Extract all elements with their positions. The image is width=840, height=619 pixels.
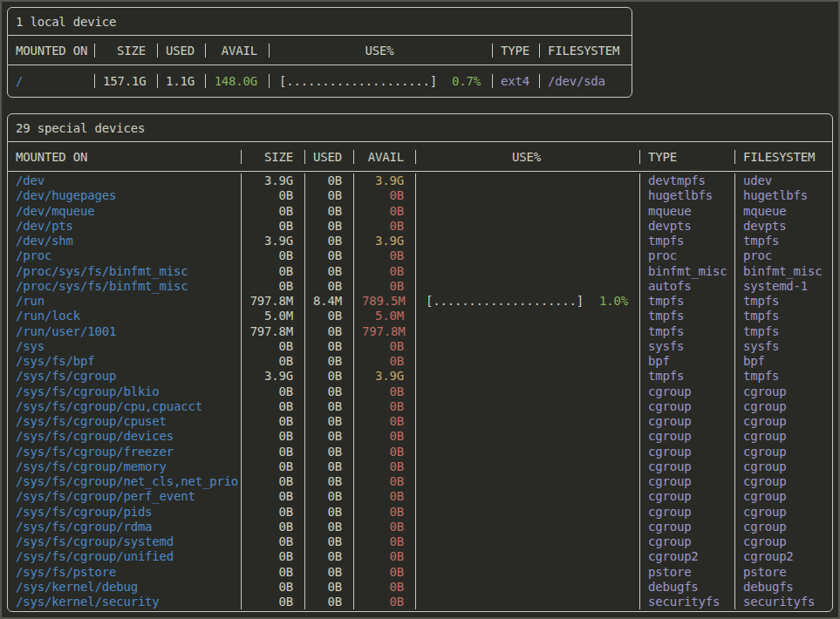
filesystem-cell: tmpfs xyxy=(735,309,832,323)
table-row: /sys/fs/cgroup/cpuset0B0B0Bcgroupcgroup xyxy=(8,414,832,429)
table-row: /sys/fs/cgroup/rdma0B0B0Bcgroupcgroup xyxy=(8,520,832,534)
use-bar-cell xyxy=(416,474,640,489)
table-row: /dev/mqueue0B0B0Bmqueuemqueue xyxy=(8,204,832,219)
used-cell: 0B xyxy=(305,204,354,219)
type-cell: cgroup xyxy=(640,429,735,444)
filesystem-cell: cgroup xyxy=(735,384,832,399)
local-table-header: MOUNTED ONSIZEUSEDAVAILUSE%TYPEFILESYSTE… xyxy=(8,36,632,65)
used-cell: 0B xyxy=(305,354,354,369)
used-cell: 0B xyxy=(305,369,354,384)
special-table-header: MOUNTED ONSIZEUSEDAVAILUSE%TYPEFILESYSTE… xyxy=(8,142,832,172)
column-header-avail: AVAIL xyxy=(354,150,416,164)
use-bar-cell xyxy=(416,445,640,459)
special-table-title: 29 special devices xyxy=(8,114,832,142)
filesystem-cell: pstore xyxy=(735,565,832,580)
size-cell: 0B xyxy=(242,264,305,279)
size-cell: 0B xyxy=(242,248,305,263)
mount-cell: /sys/fs/cgroup xyxy=(8,369,242,384)
mount-cell: /sys/fs/cgroup/perf_event xyxy=(8,489,242,504)
filesystem-cell: systemd-1 xyxy=(735,279,832,294)
mount-cell: /sys/fs/cgroup/blkio xyxy=(8,384,242,399)
avail-cell: 0B xyxy=(354,339,416,354)
avail-cell: 0B xyxy=(354,474,416,489)
table-row: /run797.8M8.4M789.5M[...................… xyxy=(8,294,832,309)
used-cell: 0B xyxy=(305,489,354,504)
filesystem-cell: cgroup xyxy=(735,489,832,504)
use-bar-cell xyxy=(416,309,640,323)
used-cell: 0B xyxy=(305,474,354,489)
used-cell: 0B xyxy=(305,505,354,520)
used-cell: 0B xyxy=(305,534,354,549)
use-bar-cell xyxy=(416,414,640,429)
use-bar-cell xyxy=(416,520,640,534)
type-cell: hugetlbfs xyxy=(640,188,735,203)
type-cell: sysfs xyxy=(640,339,735,354)
type-cell: cgroup xyxy=(640,489,735,504)
column-header-mounted-on: MOUNTED ON xyxy=(8,150,242,164)
terminal-screen: 1 local device MOUNTED ONSIZEUSEDAVAILUS… xyxy=(0,0,840,619)
used-cell: 0B xyxy=(305,549,354,564)
avail-cell: 0B xyxy=(354,248,416,263)
table-row: /sys/fs/cgroup/devices0B0B0Bcgroupcgroup xyxy=(8,429,832,444)
size-cell: 0B xyxy=(242,204,305,219)
avail-cell: 3.9G xyxy=(354,369,416,384)
used-cell: 0B xyxy=(305,399,354,414)
avail-cell: 0B xyxy=(354,565,416,580)
filesystem-cell: devpts xyxy=(735,219,832,234)
filesystem-cell: securityfs xyxy=(735,595,832,609)
avail-cell: 0B xyxy=(354,399,416,414)
table-row: /sys/fs/cgroup/freezer0B0B0Bcgroupcgroup xyxy=(8,445,832,459)
table-row: /sys/fs/cgroup/blkio0B0B0Bcgroupcgroup xyxy=(8,384,832,399)
avail-cell: 0B xyxy=(354,429,416,444)
table-row: /proc/sys/fs/binfmt_misc0B0B0Bautofssyst… xyxy=(8,279,832,294)
type-cell: cgroup xyxy=(640,445,735,459)
column-header-filesystem: FILESYSTEM xyxy=(735,150,832,164)
type-cell: cgroup xyxy=(640,414,735,429)
size-cell: 797.8M xyxy=(242,294,305,309)
avail-cell: 3.9G xyxy=(354,234,416,248)
filesystem-cell: cgroup xyxy=(735,505,832,520)
mount-cell: /sys/fs/cgroup/net_cls,net_prio xyxy=(8,474,242,489)
filesystem-cell: cgroup xyxy=(735,459,832,474)
table-row: /dev/pts0B0B0Bdevptsdevpts xyxy=(8,219,832,234)
use-bar-cell xyxy=(416,188,640,203)
avail-cell: 0B xyxy=(354,534,416,549)
table-row: /sys/fs/bpf0B0B0Bbpfbpf xyxy=(8,354,832,369)
used-cell: 0B xyxy=(305,459,354,474)
use-bar-cell: [....................]1.0% xyxy=(416,294,640,309)
avail-cell: 0B xyxy=(354,204,416,219)
filesystem-cell: cgroup2 xyxy=(735,549,832,564)
size-cell: 0B xyxy=(242,505,305,520)
filesystem-cell: sysfs xyxy=(735,339,832,354)
column-header-type: TYPE xyxy=(493,44,540,58)
used-cell: 0B xyxy=(305,234,354,248)
mount-cell: /sys/fs/cgroup/pids xyxy=(8,505,242,520)
used-cell: 0B xyxy=(305,219,354,234)
filesystem-cell: cgroup xyxy=(735,445,832,459)
special-devices-table: 29 special devices MOUNTED ONSIZEUSEDAVA… xyxy=(7,113,833,612)
filesystem-cell: tmpfs xyxy=(735,369,832,384)
table-row: /sys/fs/cgroup/net_cls,net_prio0B0B0Bcgr… xyxy=(8,474,832,489)
mount-cell: /proc xyxy=(8,248,242,263)
size-cell: 5.0M xyxy=(242,309,305,323)
filesystem-cell: cgroup xyxy=(735,414,832,429)
used-cell: 0B xyxy=(305,173,354,188)
use-bar-cell xyxy=(416,369,640,384)
used-cell: 0B xyxy=(305,264,354,279)
size-cell: 0B xyxy=(242,384,305,399)
use-bar-cell xyxy=(416,580,640,595)
type-cell: tmpfs xyxy=(640,324,735,339)
filesystem-cell: tmpfs xyxy=(735,324,832,339)
avail-cell: 0B xyxy=(354,188,416,203)
avail-cell: 0B xyxy=(354,279,416,294)
mount-cell: /dev/shm xyxy=(8,234,242,248)
type-cell: pstore xyxy=(640,565,735,580)
used-cell: 0B xyxy=(305,445,354,459)
used-cell: 0B xyxy=(305,188,354,203)
filesystem-cell: bpf xyxy=(735,354,832,369)
type-cell: tmpfs xyxy=(640,294,735,309)
use-bar-cell xyxy=(416,173,640,188)
mount-cell: /sys/fs/cgroup/cpuset xyxy=(8,414,242,429)
mount-cell: /proc/sys/fs/binfmt_misc xyxy=(8,264,242,279)
use-bar-cell xyxy=(416,339,640,354)
